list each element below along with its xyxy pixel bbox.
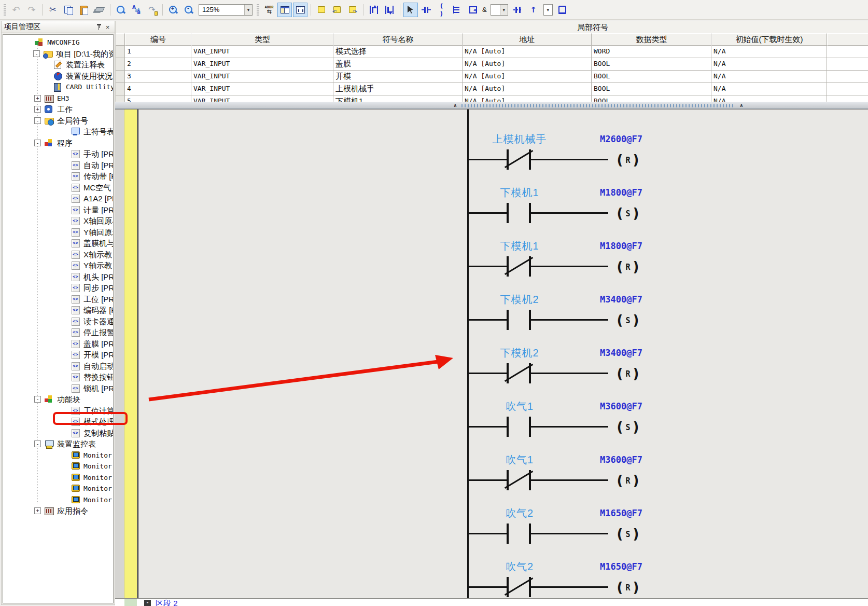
tree-item[interactable]: Y轴回原示 (3, 227, 113, 238)
row-selector[interactable] (116, 46, 125, 58)
page-export-button[interactable]: ↷ (345, 3, 360, 17)
tree-item[interactable]: 机头 [PRG (3, 271, 113, 283)
tree-item[interactable]: A1A2 [PRG (3, 193, 113, 204)
tree-item[interactable]: - 项目 [D:\1-我的资料 (3, 48, 113, 60)
branch-tool-button[interactable] (450, 3, 465, 17)
tree-item[interactable]: - 装置监控表 (3, 438, 113, 450)
tree-item[interactable]: Monitor T (3, 483, 113, 494)
window-layout-button[interactable] (277, 3, 292, 17)
tree-expander[interactable]: - (34, 140, 41, 146)
close-button[interactable]: × (103, 23, 112, 31)
tree-item[interactable]: 停止报警 (3, 327, 113, 338)
chevron-down-icon[interactable]: ▾ (244, 5, 252, 15)
copy-button[interactable] (61, 3, 76, 17)
ladder-rung[interactable]: 下模机2 M3400@F7 ( S ) (115, 270, 868, 323)
tree-item[interactable]: + EH3 (3, 93, 113, 104)
toolbar-grip[interactable] (4, 4, 6, 16)
zoom-level-combobox[interactable]: 125% ▾ (199, 4, 253, 16)
align-tool-button[interactable] (511, 3, 525, 17)
column-header[interactable]: 初始值(下载时生效) (711, 33, 827, 46)
table-row[interactable]: 3 VAR_INPUT 开模 N/A [Auto] BOOL N/A (116, 71, 868, 83)
insert-row-above-button[interactable] (367, 3, 381, 17)
table-row[interactable]: 5 VAR_INPUT 下模机1 N/A [Auto] BOOL N/A (116, 95, 868, 102)
column-header[interactable]: 类型 (191, 33, 333, 46)
tree-item[interactable]: 替换按钮 (3, 371, 113, 383)
tree-item[interactable]: 盖膜 [PRG (3, 338, 113, 350)
tree-item[interactable]: 装置注释表 (3, 59, 113, 71)
row-selector[interactable] (116, 95, 125, 102)
column-header[interactable]: 编号 (125, 33, 191, 46)
tree-item[interactable]: MC空气 [P (3, 182, 113, 194)
logic-combobox[interactable]: ▾ (491, 4, 508, 16)
ladder-rung[interactable]: 下模机2 M3400@F7 ( R ) (115, 323, 868, 377)
tree-expander[interactable]: + (34, 95, 41, 102)
ladder-rung[interactable]: 吹气1 M3600@F7 ( S ) (115, 377, 868, 430)
tree-expander[interactable]: - (34, 117, 41, 124)
insert-row-below-button[interactable] (382, 3, 397, 17)
paste-button[interactable] (77, 3, 91, 17)
ladder-rung[interactable]: 吹气2 M1650@F7 ( S ) (115, 484, 868, 537)
tree-item[interactable]: 自动 [PRG (3, 160, 113, 171)
column-header[interactable]: 数据类型 (592, 33, 711, 46)
select-tool-button[interactable] (403, 3, 418, 17)
tree-item[interactable]: 编码器 [P (3, 305, 113, 316)
tree-expander[interactable]: + (34, 507, 41, 514)
tree-item[interactable]: NWCONFIG (3, 37, 113, 48)
zoom-in-button[interactable]: + (166, 3, 180, 17)
tree-item[interactable]: 手动 [PRG (3, 148, 113, 160)
ladder-rung[interactable]: 吹气1 M3600@F7 ( R ) (115, 430, 868, 484)
tree-item[interactable]: X轴回原与 (3, 215, 113, 227)
ladder-rung[interactable]: 下模机1 M1800@F7 ( S ) (115, 163, 868, 216)
pane-splitter[interactable]: ∧ ∧ (115, 102, 868, 109)
coil[interactable]: ( R ) (607, 579, 649, 596)
tree-expander[interactable]: - (34, 440, 41, 447)
splitter-collapse-icon[interactable]: ∧ (737, 102, 746, 109)
insert-up-combobox[interactable]: ▾ (543, 4, 553, 16)
insert-up-tool-button[interactable]: ↑ (526, 3, 541, 17)
new-page-button[interactable] (314, 3, 329, 17)
tree-item[interactable]: - 全局符号 (3, 115, 113, 127)
tree-expander[interactable]: - (33, 50, 40, 57)
tree-item[interactable]: Monitor T (3, 461, 113, 472)
splitter-collapse-icon[interactable]: ∧ (451, 102, 459, 109)
tree-item[interactable]: + 应用指令 (3, 505, 113, 517)
tree-item[interactable]: 同步 [PRG (3, 282, 113, 294)
find-button[interactable] (114, 3, 128, 17)
tree-item[interactable]: 主符号表 (3, 126, 113, 137)
ladder-editor-canvas[interactable]: 上模机械手 M2600@F7 ( R ) 下模机1 M1800@ (115, 109, 868, 606)
function-tool-button[interactable] (466, 3, 480, 17)
tree-item[interactable]: Y轴示教 [ (3, 260, 113, 271)
ladder-rung[interactable]: 上模机械手 M2600@F7 ( R ) (115, 109, 868, 163)
empty-block-tool-button[interactable] (555, 3, 570, 17)
table-row[interactable]: 2 VAR_INPUT 盖膜 N/A [Auto] BOOL N/A (116, 58, 868, 71)
row-selector[interactable] (116, 83, 125, 95)
tree-item[interactable]: 盖膜机与 (3, 238, 113, 249)
tree-expander[interactable]: + (34, 106, 41, 113)
replace-button[interactable]: ⇄ (129, 3, 144, 17)
ladder-rung[interactable]: 下模机1 M1800@F7 ( R ) (115, 216, 868, 270)
tree-item[interactable]: Monitor T (3, 494, 113, 506)
tree-item[interactable]: Monitor T (3, 450, 113, 461)
tree-item[interactable]: 自动启动 (3, 361, 113, 372)
zoom-out-button[interactable]: - (181, 3, 196, 17)
address-display-button[interactable]: ADDR⇆ (262, 3, 276, 17)
redo-button[interactable]: ↷ (24, 3, 39, 17)
tree-item[interactable]: CARD Utility (3, 81, 113, 93)
tree-item[interactable]: X轴示教 [ (3, 249, 113, 260)
row-selector[interactable] (116, 71, 125, 83)
tree-item[interactable]: 锁机 [PRG (3, 383, 113, 394)
contact-tool-button[interactable] (419, 3, 433, 17)
tree-item[interactable]: 传动带 [P (3, 171, 113, 182)
tree-item[interactable]: - 程序 (3, 137, 113, 149)
tree-expander[interactable]: - (34, 396, 41, 403)
pin-button[interactable] (94, 23, 103, 31)
goto-button[interactable]: ↷ (145, 3, 159, 17)
column-header[interactable]: 地址 (463, 33, 592, 46)
tree-item[interactable]: 装置使用状况 (3, 71, 113, 82)
tree-item[interactable]: - 功能块 (3, 394, 113, 405)
splitter-grip[interactable] (461, 104, 735, 107)
comment-display-button[interactable] (293, 3, 307, 17)
coil-tool-button[interactable]: ( ) (435, 3, 449, 17)
tree-item[interactable]: 复制粘贴 (3, 428, 113, 439)
tree-item[interactable]: 读卡器通讯 (3, 316, 113, 327)
